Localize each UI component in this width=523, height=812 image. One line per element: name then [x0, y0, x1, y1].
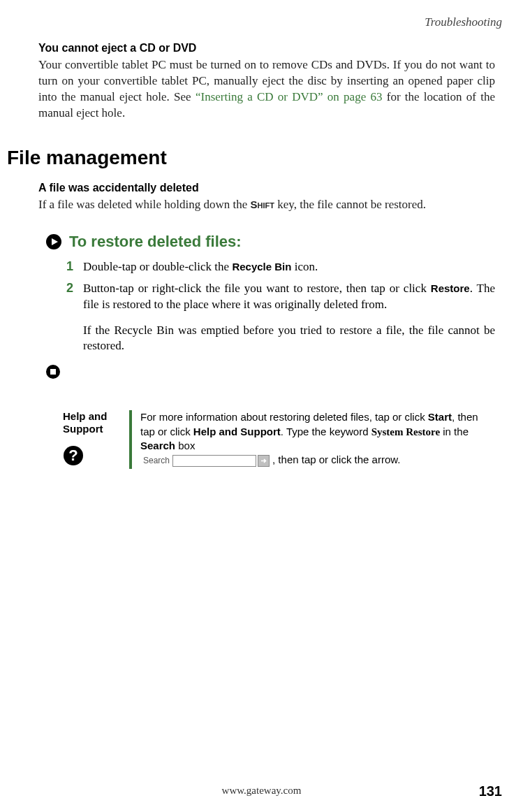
text-fragment: If a file was deleted while holding down…: [38, 198, 251, 211]
ui-label: Help and Support: [193, 426, 281, 437]
text-fragment: icon.: [291, 260, 318, 273]
topic-heading-deleted: A file was accidentally deleted: [38, 182, 495, 194]
text-fragment: Double-tap or double-click the: [83, 260, 232, 273]
help-and-support-box: Help and Support ? For more information …: [63, 410, 495, 469]
page-number: 131: [479, 783, 502, 799]
ui-label: Recycle Bin: [232, 261, 291, 273]
step-text: Double-tap or double-click the Recycle B…: [83, 259, 318, 275]
text-fragment: in the: [440, 426, 469, 437]
play-icon: [45, 233, 62, 250]
text-fragment: Support: [63, 423, 103, 435]
search-input[interactable]: [172, 455, 256, 467]
arrow-right-icon: [260, 457, 267, 465]
ui-label: Search: [140, 440, 175, 451]
help-text: For more information about restoring del…: [140, 410, 495, 469]
search-label: Search: [143, 455, 170, 466]
step-number: 2: [66, 281, 83, 313]
svg-text:?: ?: [68, 447, 78, 464]
svg-rect-3: [50, 369, 56, 375]
keyword: System Restore: [371, 426, 440, 437]
search-go-button[interactable]: [258, 455, 270, 467]
help-label: Help and Support: [63, 410, 129, 435]
text-fragment: , then tap or click the arrow.: [272, 454, 400, 465]
step-number: 1: [66, 259, 83, 275]
procedure-step: 2 Button-tap or right-click the file you…: [66, 281, 495, 313]
cross-reference-link[interactable]: “Inserting a CD or DVD” on page 63: [196, 90, 383, 103]
topic-body-deleted: If a file was deleted while holding down…: [38, 197, 495, 213]
text-fragment: Button-tap or right-click the file you w…: [83, 282, 431, 295]
help-accent-bar: [129, 410, 132, 469]
text-fragment: For more information about restoring del…: [140, 411, 428, 423]
search-widget: Search: [143, 455, 270, 467]
footer-url: www.gateway.com: [0, 785, 523, 797]
topic-heading-eject: You cannot eject a CD or DVD: [38, 42, 495, 55]
stop-icon: [45, 364, 495, 382]
procedure-title-row: To restore deleted files:: [45, 233, 495, 251]
ui-label: Start: [428, 411, 452, 423]
help-left-column: Help and Support ?: [63, 410, 129, 469]
key-name: Shift: [251, 198, 274, 210]
question-icon: ?: [63, 445, 129, 469]
procedure-step: 1 Double-tap or double-click the Recycle…: [66, 259, 495, 275]
step-text: Button-tap or right-click the file you w…: [83, 281, 495, 313]
running-header: Troubleshooting: [425, 15, 502, 29]
text-fragment: Help and: [63, 410, 107, 422]
procedure-block: To restore deleted files: 1 Double-tap o…: [66, 233, 495, 383]
page-content: You cannot eject a CD or DVD Your conver…: [0, 0, 523, 469]
ui-label: Restore: [431, 282, 470, 294]
procedure-note: If the Recycle Bin was emptied before yo…: [83, 323, 495, 355]
topic-body-eject: Your convertible tablet PC must be turne…: [38, 57, 495, 122]
text-fragment: key, the file cannot be restored.: [274, 198, 426, 211]
procedure-title: To restore deleted files:: [69, 233, 242, 251]
text-fragment: . Type the keyword: [281, 426, 371, 437]
section-heading-file-management: File management: [7, 147, 495, 169]
text-fragment: box: [175, 440, 195, 451]
